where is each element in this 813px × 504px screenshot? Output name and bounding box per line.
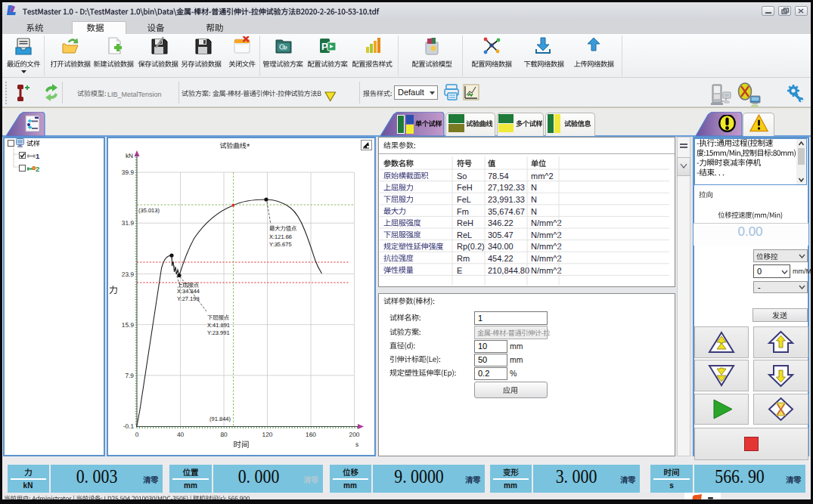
svg-text:(35.013): (35.013) <box>138 207 160 214</box>
svg-text:Y:23.991: Y:23.991 <box>207 329 230 336</box>
svg-text:-0.1: -0.1 <box>123 422 135 430</box>
svg-text:120: 120 <box>262 431 273 438</box>
svg-text:X:34.844: X:34.844 <box>177 288 200 295</box>
svg-text:160: 160 <box>306 431 316 438</box>
svg-text:23.9: 23.9 <box>122 271 135 278</box>
svg-text:(91.844): (91.844) <box>209 416 231 422</box>
svg-text:X:41.891: X:41.891 <box>207 322 230 329</box>
svg-text:kN: kN <box>126 152 133 159</box>
svg-text:Y:35.675: Y:35.675 <box>269 241 292 248</box>
svg-text:0: 0 <box>135 431 139 438</box>
svg-text:39.9: 39.9 <box>122 169 135 176</box>
svg-text:X:121.66: X:121.66 <box>269 233 292 240</box>
svg-text:15.9: 15.9 <box>122 321 135 329</box>
svg-text:200: 200 <box>349 431 360 438</box>
svg-text:s: s <box>355 441 358 448</box>
svg-text:31.9: 31.9 <box>122 219 135 227</box>
svg-text:40: 40 <box>177 431 185 438</box>
svg-text:Y:27.193: Y:27.193 <box>177 295 200 302</box>
svg-text:7.9: 7.9 <box>125 372 134 379</box>
svg-text:80: 80 <box>220 431 228 438</box>
